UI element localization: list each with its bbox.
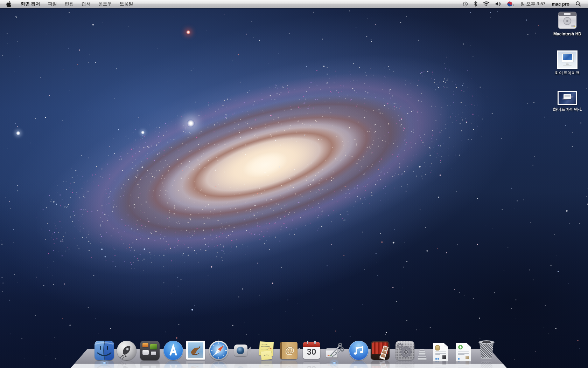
dock-item-stickies[interactable] xyxy=(256,341,276,360)
input-source-badge: 2 xyxy=(512,4,514,7)
dock-item-itunes[interactable] xyxy=(349,341,369,360)
dock-item-app-store[interactable] xyxy=(163,341,183,360)
dock-item-grab[interactable] xyxy=(324,341,344,360)
stickies-icon xyxy=(256,341,276,360)
starfield xyxy=(0,0,588,368)
desktop-icon-label: Macintosh HD xyxy=(553,32,581,36)
launchpad-rocket-icon xyxy=(117,341,136,360)
finder-icon xyxy=(94,341,114,360)
dock-document-1[interactable] xyxy=(431,341,450,360)
dock-item-mail[interactable] xyxy=(186,341,206,360)
dock-item-launchpad[interactable] xyxy=(117,341,136,360)
menu-help[interactable]: 도움말 xyxy=(116,1,137,7)
bright-star xyxy=(187,120,195,127)
wifi-menu[interactable] xyxy=(480,0,492,8)
desktop-icon-white-imac-1[interactable]: 화이트아이맥-1 xyxy=(546,91,588,113)
wifi-icon xyxy=(483,1,490,6)
app-menu-title[interactable]: 화면 캡처 xyxy=(17,1,44,7)
bluetooth-menu[interactable] xyxy=(471,0,480,8)
dock-item-ical[interactable]: 30 xyxy=(302,341,321,360)
address-book-icon: @ xyxy=(280,342,298,359)
spotlight-icon xyxy=(575,1,581,7)
desktop-icon-label: 화이트아이맥 xyxy=(555,70,580,76)
dock-item-mission-control[interactable] xyxy=(140,341,160,360)
apple-icon xyxy=(6,1,11,7)
time-machine-menu[interactable] xyxy=(460,0,471,8)
at-symbol: @ xyxy=(285,345,294,356)
dock-item-address-book[interactable]: @ xyxy=(279,341,299,360)
menu-bar: 화면 캡처 파일 편집 캡처 윈도우 도움말 xyxy=(0,0,588,8)
mail-stamp-icon xyxy=(186,341,205,360)
menu-edit[interactable]: 편집 xyxy=(61,1,78,7)
volume-icon xyxy=(495,1,501,6)
image-file-icon xyxy=(557,50,578,69)
desktop-icon-macintosh-hd[interactable]: Macintosh HD xyxy=(546,11,588,36)
dock-item-system-preferences[interactable] xyxy=(395,341,415,360)
dock-item-safari[interactable] xyxy=(209,341,229,360)
dock-trash[interactable] xyxy=(477,340,496,360)
desktop-icon-white-imac[interactable]: 화이트아이맥 xyxy=(546,50,588,76)
dock-item-photo-booth[interactable] xyxy=(370,341,390,360)
photo-booth-icon xyxy=(371,341,390,360)
menu-capture[interactable]: 캡처 xyxy=(78,1,94,7)
volume-menu[interactable] xyxy=(492,0,504,8)
desktop-icon-label: 화이트아이맥-1 xyxy=(553,107,582,113)
mission-control-icon xyxy=(140,341,160,360)
grab-scissors-icon xyxy=(324,341,344,360)
document-icon xyxy=(433,343,448,361)
menu-user-name[interactable]: mac pro xyxy=(548,1,573,7)
korean-flag-icon xyxy=(507,1,513,7)
system-preferences-gears-icon xyxy=(396,341,414,360)
menu-window[interactable]: 윈도우 xyxy=(94,1,116,7)
menu-file[interactable]: 파일 xyxy=(44,1,61,7)
hard-drive-icon xyxy=(557,11,578,30)
document-icon xyxy=(456,343,471,361)
image-file-icon xyxy=(558,91,577,105)
dock-item-finder[interactable] xyxy=(94,341,114,360)
bright-star xyxy=(141,131,145,134)
dock-document-2[interactable] xyxy=(454,341,473,360)
facetime-camera-icon xyxy=(232,341,251,360)
input-source-menu[interactable]: 2 xyxy=(504,0,517,8)
spotlight-menu[interactable] xyxy=(573,0,584,8)
time-machine-icon xyxy=(462,1,468,7)
desktop-screen: 화면 캡처 파일 편집 캡처 윈도우 도움말 xyxy=(0,0,588,368)
safari-compass-icon xyxy=(209,341,229,360)
apple-menu[interactable] xyxy=(0,0,17,8)
trash-icon xyxy=(478,340,495,360)
ical-calendar-icon: 30 xyxy=(303,342,320,359)
dock-item-facetime[interactable] xyxy=(232,341,251,360)
app-store-icon xyxy=(163,341,183,360)
menu-clock[interactable]: 일 오후 3:57 xyxy=(517,1,549,7)
itunes-icon xyxy=(349,341,369,360)
ical-day-number: 30 xyxy=(303,347,320,357)
bright-star xyxy=(16,131,20,135)
bluetooth-icon xyxy=(474,1,477,7)
red-star xyxy=(186,30,190,34)
